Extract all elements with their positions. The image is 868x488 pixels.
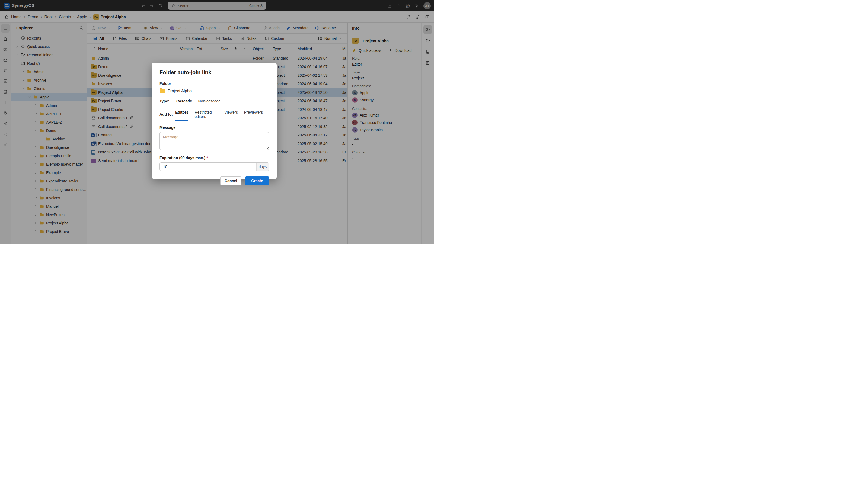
- addto-option-viewers[interactable]: Viewers: [224, 110, 238, 119]
- message-textarea[interactable]: [159, 132, 269, 150]
- cancel-button[interactable]: Cancel: [220, 176, 241, 185]
- dialog-title: Folder auto-join link: [159, 69, 269, 76]
- folder-icon: [159, 88, 165, 93]
- addto-label: Add to:: [159, 112, 175, 117]
- folder-auto-join-dialog: Folder auto-join link Folder Project Alp…: [152, 63, 277, 179]
- type-label: Type:: [159, 99, 176, 103]
- folder-label: Folder: [159, 82, 269, 86]
- type-option-cascade[interactable]: Cascade: [176, 99, 192, 103]
- expiration-unit: days: [256, 163, 269, 170]
- message-label: Message: [159, 125, 269, 130]
- dialog-folder-name: Project Alpha: [167, 88, 191, 93]
- type-option-non-cascade[interactable]: Non-cascade: [198, 99, 221, 103]
- expiration-input[interactable]: [160, 163, 256, 170]
- addto-option-editors[interactable]: Editors: [175, 110, 188, 119]
- expiration-label: Expiration (99 days max.) *: [159, 156, 269, 160]
- addto-option-restricted-editors[interactable]: Restricted editors: [194, 110, 218, 119]
- addto-option-previewers[interactable]: Previewers: [244, 110, 263, 119]
- create-button[interactable]: Create: [245, 176, 269, 185]
- required-asterisk: *: [207, 156, 208, 160]
